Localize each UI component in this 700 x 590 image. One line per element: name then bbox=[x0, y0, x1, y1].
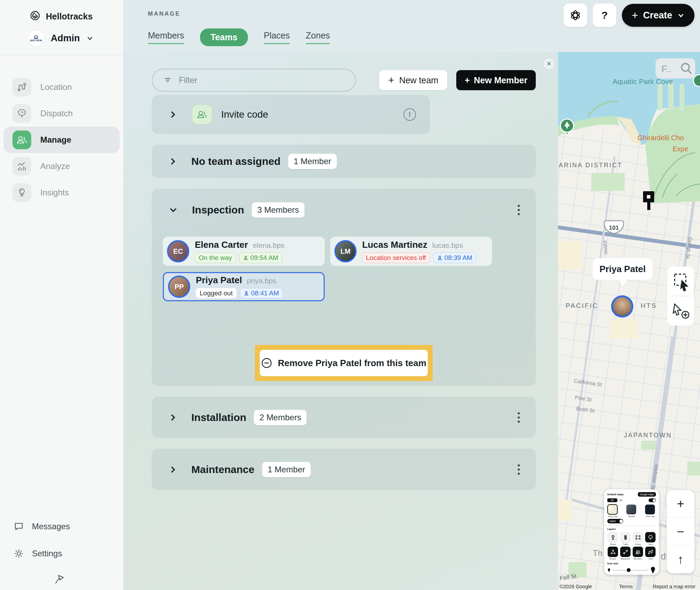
team-menu-button[interactable] bbox=[514, 409, 523, 426]
map-style-dark[interactable]: Dark map bbox=[645, 504, 656, 517]
team-name: Maintenance bbox=[191, 464, 255, 475]
member-username: elena.bps bbox=[253, 241, 284, 250]
gear-icon bbox=[14, 549, 24, 558]
team-row-installation[interactable]: Installation 2 Members bbox=[152, 397, 536, 438]
create-button[interactable]: + Create bbox=[622, 4, 694, 27]
team-row-no-team[interactable]: No team assigned 1 Member bbox=[152, 145, 536, 178]
teams-toolbar: + New team + New Member bbox=[152, 69, 536, 92]
heading-indicator bbox=[183, 256, 189, 262]
filter-field[interactable] bbox=[152, 69, 356, 92]
chevron-down-icon bbox=[677, 11, 685, 19]
layer-waypoints-toggle[interactable]: Waypoints bbox=[620, 547, 631, 560]
help-button[interactable]: ? bbox=[593, 3, 616, 27]
slider-knob[interactable] bbox=[627, 568, 631, 572]
layers-title: Layers bbox=[607, 528, 656, 531]
member-name: Priya Patel bbox=[196, 275, 242, 286]
layer-places-toggle[interactable]: Places bbox=[607, 532, 618, 545]
member-marker-priya[interactable] bbox=[611, 295, 633, 318]
team-menu-button[interactable] bbox=[514, 201, 523, 219]
settings-label: Settings bbox=[32, 549, 62, 558]
member-chip-priya[interactable]: PP Priya Patel priya.bps Logged out 08:4 bbox=[163, 272, 325, 301]
invite-members-icon bbox=[192, 104, 212, 125]
account-switcher[interactable]: BAYVIEW Admin bbox=[0, 22, 123, 47]
member-username: priya.bps bbox=[247, 277, 276, 285]
sidebar-item-location[interactable]: Location bbox=[3, 74, 120, 100]
member-count-badge: 1 Member bbox=[262, 462, 311, 477]
report-error-link[interactable]: Report a map error bbox=[653, 584, 695, 589]
member-chip-lucas[interactable]: LM Lucas Martinez lucas.bps Location ser… bbox=[330, 237, 492, 266]
person-icon bbox=[243, 255, 248, 261]
create-label: Create bbox=[643, 10, 672, 21]
map-region[interactable]: Aquatic Park Cove Ghirardelli Cho Expe M… bbox=[558, 52, 700, 590]
map-style-satellite[interactable]: Satellite bbox=[626, 504, 637, 517]
zoom-in-button[interactable]: + bbox=[667, 490, 694, 517]
sidebar-item-insights[interactable]: Insights bbox=[3, 179, 120, 206]
sidebar-item-label: Manage bbox=[40, 135, 71, 145]
map-poi-pin[interactable] bbox=[693, 75, 700, 86]
app-window: Hellotracks BAYVIEW Admin Location bbox=[0, 0, 700, 590]
layer-zones-toggle[interactable]: Zones bbox=[632, 532, 643, 545]
mode-3d-button[interactable]: 3D bbox=[619, 499, 623, 502]
pin-panel-icon[interactable] bbox=[54, 574, 65, 586]
lightbulb-icon bbox=[12, 183, 31, 202]
labels-toggle[interactable]: Labels bbox=[607, 519, 623, 523]
icon-size-slider[interactable] bbox=[607, 566, 656, 574]
chevron-right-icon bbox=[169, 413, 177, 422]
map-label-pacific: PACIFIC bbox=[566, 302, 599, 309]
map-search-box[interactable]: F.. bbox=[656, 58, 695, 78]
person-icon bbox=[437, 255, 442, 261]
copyright-text: ©2026 Google bbox=[559, 584, 592, 589]
tab-teams[interactable]: Teams bbox=[200, 28, 248, 46]
sidebar-item-analyze[interactable]: Analyze bbox=[3, 153, 120, 179]
filter-icon bbox=[164, 76, 172, 84]
chart-icon bbox=[12, 157, 31, 176]
plus-icon: + bbox=[465, 75, 470, 85]
tab-members[interactable]: Members bbox=[148, 31, 184, 44]
layer-jobs-toggle[interactable]: Jobs bbox=[645, 532, 656, 545]
layer-trips-toggle[interactable]: Trips bbox=[645, 547, 656, 560]
team-menu-button[interactable] bbox=[514, 461, 523, 478]
brand-name: Hellotracks bbox=[46, 11, 93, 22]
messages-label: Messages bbox=[32, 522, 70, 531]
sidebar-item-manage[interactable]: Manage bbox=[3, 127, 120, 153]
tab-zones[interactable]: Zones bbox=[306, 31, 330, 44]
mode-toggle[interactable] bbox=[649, 498, 656, 502]
map-label-japantown: JAPANTOWN bbox=[624, 432, 672, 439]
mode-2d-button[interactable]: 2D bbox=[607, 498, 617, 502]
members-icon bbox=[12, 130, 31, 149]
zoom-out-button[interactable]: − bbox=[667, 517, 694, 545]
sidebar-item-settings[interactable]: Settings bbox=[0, 540, 123, 567]
new-member-button[interactable]: + New Member bbox=[456, 70, 536, 90]
google-maps-button[interactable]: Google maps bbox=[638, 492, 656, 497]
sidebar-item-label: Location bbox=[40, 82, 72, 92]
invite-code-row[interactable]: Invite code ! bbox=[152, 95, 430, 134]
team-header[interactable]: Inspection 3 Members bbox=[152, 201, 536, 219]
new-team-button[interactable]: + New team bbox=[379, 70, 447, 90]
layer-routes-toggle[interactable]: Routes bbox=[607, 547, 618, 560]
terms-link[interactable]: Terms bbox=[619, 584, 633, 589]
large-pin-icon bbox=[650, 566, 656, 574]
team-row-maintenance[interactable]: Maintenance 1 Member bbox=[152, 449, 536, 490]
remove-member-button[interactable]: Remove Priya Patel from this team bbox=[260, 350, 428, 376]
close-panel-button[interactable]: × bbox=[543, 58, 555, 70]
tab-places[interactable]: Places bbox=[264, 31, 290, 44]
member-count-badge: 3 Members bbox=[252, 202, 305, 218]
alert-icon[interactable]: ! bbox=[403, 108, 416, 121]
status-badge: Location services off bbox=[362, 253, 430, 263]
map-style-road[interactable]: Road map bbox=[607, 504, 618, 517]
teams-panel: × + New team + New Member bbox=[124, 52, 558, 590]
recenter-button[interactable]: ↑ bbox=[667, 546, 694, 573]
avatar: EC bbox=[167, 240, 189, 262]
remove-member-label: Remove Priya Patel from this team bbox=[278, 358, 426, 369]
layer-members-toggle[interactable]: Members bbox=[632, 547, 643, 560]
tab-bar: Members Teams Places Zones bbox=[148, 28, 330, 46]
small-pin-icon bbox=[607, 568, 611, 572]
sidebar-item-dispatch[interactable]: Dispatch bbox=[3, 100, 120, 127]
svg-text:101: 101 bbox=[609, 225, 619, 231]
sidebar-item-messages[interactable]: Messages bbox=[0, 513, 123, 540]
filter-input[interactable] bbox=[179, 75, 332, 85]
layer-traffic-toggle[interactable]: Traffic bbox=[620, 532, 631, 545]
member-chip-elena[interactable]: EC Elena Carter elena.bps On the way 09: bbox=[163, 237, 325, 266]
ai-assistant-button[interactable] bbox=[564, 3, 587, 27]
map-callout-label: Priya Patel bbox=[600, 264, 646, 274]
